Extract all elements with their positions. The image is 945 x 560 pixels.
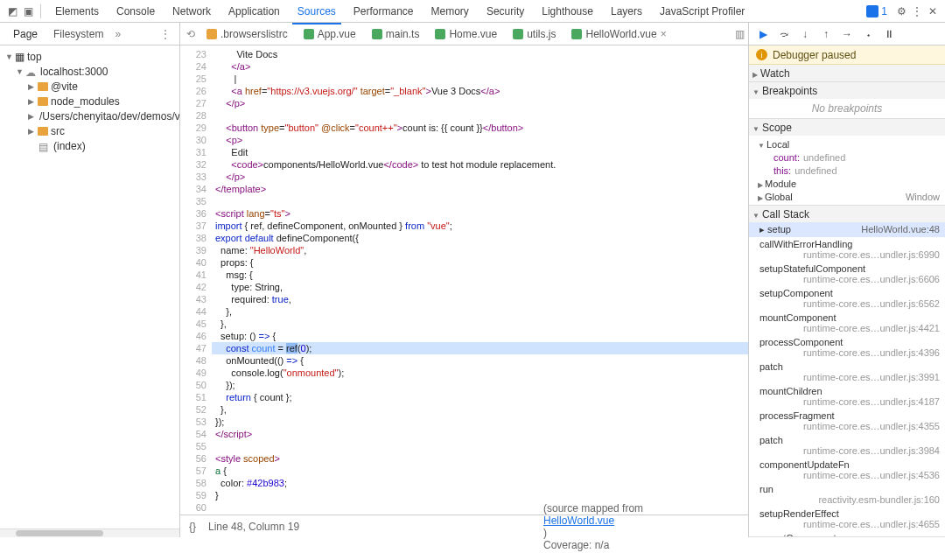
callstack-frame[interactable]: ▸ setupHelloWorld.vue:48	[749, 222, 945, 237]
info-icon: i	[756, 49, 767, 60]
sourcemap-link[interactable]: HelloWorld.vue	[543, 514, 739, 527]
devtools-tab-memory[interactable]: Memory	[423, 2, 478, 21]
callstack-frame[interactable]: processFragmentruntime-core.es…undler.js…	[749, 409, 945, 433]
callstack-frame[interactable]: patchruntime-core.es…undler.js:3984	[749, 433, 945, 458]
callstack-frame[interactable]: setupStatefulComponentruntime-core.es…un…	[749, 262, 945, 286]
tree-file[interactable]: (index)	[0, 138, 179, 153]
section-scope[interactable]: Scope	[749, 119, 945, 136]
resume-icon[interactable]: ▶	[756, 27, 770, 41]
devtools-tab-sources[interactable]: Sources	[289, 2, 345, 21]
divider	[40, 4, 41, 18]
pause-exceptions-icon[interactable]: ⏸	[882, 27, 896, 41]
section-breakpoints[interactable]: Breakpoints	[749, 82, 945, 99]
callstack-frame[interactable]: runreactivity.esm-bundler.js:160	[749, 482, 945, 507]
scope-local[interactable]: Local	[749, 137, 945, 150]
devtools-tab-performance[interactable]: Performance	[345, 2, 423, 21]
file-tab[interactable]: Home.vue	[428, 26, 504, 42]
devtools-tab-network[interactable]: Network	[164, 2, 220, 21]
step-into-icon[interactable]: ↓	[798, 27, 812, 41]
history-icon[interactable]: ⟲	[184, 27, 198, 41]
debugger-panel: ▶ ⤼ ↓ ↑ → ⬩ ⏸ i Debugger paused Watch Br…	[749, 23, 945, 537]
callstack-frame[interactable]: callWithErrorHandlingruntime-core.es…und…	[749, 237, 945, 262]
debugger-toolbar: ▶ ⤼ ↓ ↑ → ⬩ ⏸	[749, 23, 945, 46]
braces-icon[interactable]: {}	[189, 521, 196, 533]
gear-icon[interactable]: ⚙	[894, 4, 908, 18]
section-watch[interactable]: Watch	[749, 65, 945, 81]
devtools-tab-layers[interactable]: Layers	[602, 2, 651, 21]
deactivate-bp-icon[interactable]: ⬩	[861, 27, 875, 41]
step-over-icon[interactable]: ⤼	[777, 27, 791, 41]
devtools-tab-elements[interactable]: Elements	[46, 2, 108, 21]
scope-var[interactable]: count:undefined	[749, 150, 945, 164]
tree-host[interactable]: ▼localhost:3000	[0, 64, 179, 79]
tree-top[interactable]: ▼▦top	[0, 49, 179, 64]
devtools-tab-console[interactable]: Console	[108, 2, 164, 21]
callstack-frame[interactable]: setupComponentruntime-core.es…undler.js:…	[749, 286, 945, 311]
scope-var[interactable]: this:undefined	[749, 164, 945, 177]
file-tab[interactable]: App.vue	[297, 26, 363, 42]
callstack-frame[interactable]: mountChildrenruntime-core.es…undler.js:4…	[749, 384, 945, 409]
callstack-frame[interactable]: patchruntime-core.es…undler.js:3991	[749, 360, 945, 384]
file-tree: ▼▦top ▼localhost:3000 ▶@vite ▶node_modul…	[0, 46, 179, 528]
navigator-panel: Page Filesystem » ⋮ ▼▦top ▼localhost:300…	[0, 23, 180, 537]
tab-page[interactable]: Page	[5, 25, 46, 43]
editor-tabbar: ⟲ .browserslistrcApp.vuemain.tsHome.vueu…	[180, 23, 748, 46]
tab-filesystem[interactable]: Filesystem	[46, 25, 111, 43]
section-callstack[interactable]: Call Stack	[749, 206, 945, 222]
file-tab[interactable]: main.ts	[365, 26, 427, 42]
code-editor[interactable]: 2324252627282930313233343536373839404142…	[180, 46, 748, 514]
inspect-icon[interactable]: ◩	[5, 4, 19, 18]
callstack-frame[interactable]: componentUpdateFnruntime-core.es…undler.…	[749, 458, 945, 482]
file-tab[interactable]: utils.js	[506, 26, 563, 42]
callstack-frame[interactable]: mountComponentruntime-core.es…undler.js:…	[749, 531, 945, 536]
tree-folder[interactable]: ▶src	[0, 123, 179, 138]
file-tab[interactable]: HelloWorld.vue×	[564, 26, 673, 42]
device-toggle-icon[interactable]: ▣	[21, 4, 35, 18]
cursor-position: Line 48, Column 19	[208, 521, 299, 533]
step-out-icon[interactable]: ↑	[819, 27, 833, 41]
scope-module[interactable]: Module	[749, 177, 945, 190]
scope-global[interactable]: GlobalWindow	[749, 190, 945, 203]
tree-folder[interactable]: ▶@vite	[0, 79, 179, 94]
devtools-tab-application[interactable]: Application	[220, 2, 289, 21]
step-icon[interactable]: →	[840, 27, 854, 41]
tree-folder[interactable]: ▶node_modules	[0, 94, 179, 108]
tree-folder[interactable]: ▶/Users/chenyitao/dev/demos/vi	[0, 108, 179, 123]
devtools-tabbar: ◩ ▣ ElementsConsoleNetworkApplicationSou…	[0, 0, 945, 23]
status-bar: {} Line 48, Column 19 (source mapped fro…	[180, 514, 748, 537]
more-icon[interactable]: ⋮	[157, 28, 174, 40]
devtools-tab-lighthouse[interactable]: Lighthouse	[533, 2, 602, 21]
run-snippet-icon[interactable]: ▥	[735, 28, 745, 40]
overflow-icon[interactable]: »	[115, 28, 121, 40]
close-icon[interactable]: ✕	[926, 4, 940, 18]
debugger-paused-banner: i Debugger paused	[749, 46, 945, 65]
callstack-frame[interactable]: processComponentruntime-core.es…undler.j…	[749, 335, 945, 360]
scrollbar-horizontal[interactable]	[0, 528, 179, 537]
file-tab[interactable]: .browserslistrc	[200, 26, 295, 42]
devtools-tab-javascript-profiler[interactable]: JavaScript Profiler	[651, 2, 753, 21]
error-count[interactable]: 1	[861, 5, 892, 18]
callstack-frame[interactable]: setupRenderEffectruntime-core.es…undler.…	[749, 507, 945, 531]
close-icon[interactable]: ×	[661, 28, 667, 40]
devtools-tab-security[interactable]: Security	[478, 2, 533, 21]
callstack-frame[interactable]: mountComponentruntime-core.es…undler.js:…	[749, 311, 945, 335]
more-icon[interactable]: ⋮	[910, 4, 924, 18]
editor-panel: ⟲ .browserslistrcApp.vuemain.tsHome.vueu…	[180, 23, 749, 537]
